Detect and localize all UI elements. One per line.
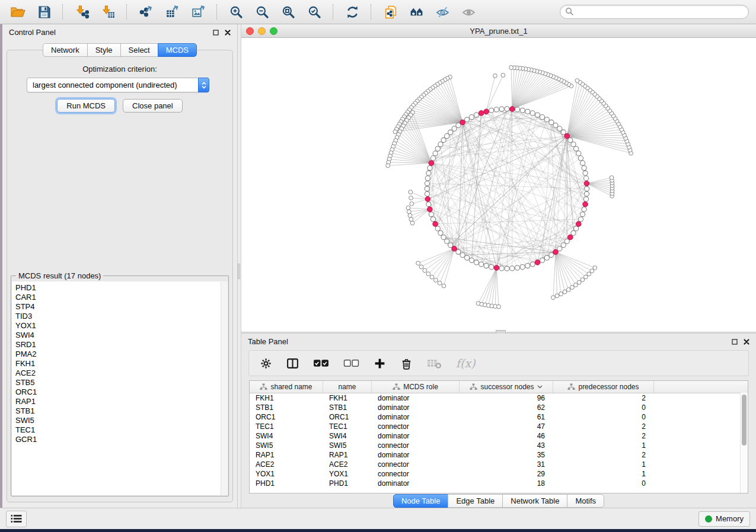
network-node[interactable] (425, 186, 429, 191)
network-node[interactable] (430, 217, 435, 222)
network-node[interactable] (583, 171, 588, 175)
tab-style[interactable]: Style (87, 43, 121, 57)
network-node[interactable] (573, 283, 578, 287)
mcds-result-item[interactable]: STP4 (12, 302, 228, 312)
network-node[interactable] (445, 239, 449, 243)
network-node[interactable] (407, 210, 411, 214)
network-node[interactable] (438, 230, 443, 235)
network-node[interactable] (474, 260, 479, 265)
network-node[interactable] (406, 206, 410, 210)
task-history-button[interactable] (6, 511, 27, 527)
mcds-result-item[interactable]: PHD1 (12, 283, 228, 293)
network-node[interactable] (540, 258, 544, 262)
network-node[interactable] (585, 186, 589, 191)
network-node[interactable] (441, 137, 446, 142)
network-node[interactable] (433, 222, 438, 227)
column-header-successor-nodes[interactable]: successor nodes (460, 381, 553, 393)
mcds-result-item[interactable]: STB1 (12, 406, 228, 416)
result-list-scrollbar[interactable] (221, 281, 228, 495)
export-network-button[interactable] (135, 2, 157, 21)
mcds-result-item[interactable]: RAP1 (12, 397, 228, 406)
network-node[interactable] (520, 108, 525, 113)
network-node[interactable] (430, 275, 434, 279)
network-node[interactable] (474, 113, 479, 117)
table-scrollbar[interactable] (740, 393, 748, 493)
zoom-in-button[interactable] (225, 2, 247, 21)
mcds-result-item[interactable]: FKH1 (12, 359, 228, 368)
network-node[interactable] (489, 108, 494, 113)
network-node[interactable] (493, 74, 497, 78)
network-node[interactable] (426, 272, 430, 276)
network-node[interactable] (509, 107, 515, 112)
network-node[interactable] (557, 126, 562, 131)
find-button[interactable] (406, 2, 427, 21)
zoom-selected-button[interactable] (304, 2, 325, 21)
search-input[interactable] (560, 5, 749, 19)
network-node[interactable] (540, 115, 544, 120)
zoom-fit-button[interactable] (277, 2, 299, 21)
control-panel-close-button[interactable] (225, 30, 231, 36)
network-node[interactable] (416, 261, 420, 265)
table-row[interactable]: STB1STB1dominator620 (250, 403, 748, 412)
network-node[interactable] (582, 166, 586, 171)
export-image-button[interactable] (187, 2, 209, 21)
network-node[interactable] (430, 156, 435, 161)
create-column-button[interactable] (374, 357, 386, 370)
network-node[interactable] (535, 260, 540, 265)
table-row[interactable]: YOX1YOX1connector291 (250, 469, 748, 479)
network-node[interactable] (530, 262, 535, 267)
tab-network-table[interactable]: Network Table (502, 494, 567, 508)
column-header-predecessor-nodes[interactable]: predecessor nodes (553, 381, 654, 393)
window-minimize-button[interactable] (258, 27, 266, 35)
network-node[interactable] (578, 156, 583, 161)
table-panel-float-button[interactable] (732, 339, 738, 345)
control-panel-float-button[interactable] (213, 30, 219, 36)
network-node[interactable] (553, 249, 559, 255)
network-node[interactable] (509, 66, 513, 70)
tab-select[interactable]: Select (120, 43, 158, 57)
run-mcds-button[interactable]: Run MCDS (57, 99, 115, 113)
network-node[interactable] (571, 142, 576, 147)
network-node[interactable] (515, 107, 519, 112)
export-table-button[interactable] (161, 2, 183, 21)
network-node[interactable] (505, 107, 509, 111)
import-network-button[interactable] (71, 2, 92, 21)
network-node[interactable] (465, 117, 470, 122)
network-node[interactable] (410, 202, 414, 206)
mcds-result-item[interactable]: STB5 (12, 378, 228, 387)
network-node[interactable] (530, 111, 535, 116)
table-row[interactable]: SWI5SWI5connector431 (250, 441, 748, 450)
network-node[interactable] (587, 272, 591, 276)
network-node[interactable] (576, 222, 582, 227)
close-panel-button[interactable]: Close panel (123, 99, 183, 113)
mcds-result-item[interactable]: ORC1 (12, 387, 228, 397)
network-node[interactable] (435, 146, 440, 151)
network-node[interactable] (484, 264, 489, 268)
network-node[interactable] (593, 266, 597, 270)
network-canvas[interactable] (241, 38, 756, 332)
network-node[interactable] (590, 269, 594, 273)
tab-network[interactable]: Network (43, 43, 88, 57)
network-node[interactable] (525, 264, 530, 268)
mcds-result-item[interactable]: PMA2 (12, 350, 228, 359)
mcds-result-item[interactable]: ACE2 (12, 368, 228, 378)
window-close-button[interactable] (246, 27, 254, 35)
network-node[interactable] (575, 79, 579, 83)
table-row[interactable]: FKH1FKH1dominator962 (250, 393, 748, 403)
network-node[interactable] (445, 134, 449, 139)
table-row[interactable]: SWI4SWI4dominator462 (250, 431, 748, 441)
network-node[interactable] (549, 252, 554, 257)
network-node[interactable] (428, 207, 433, 212)
select-all-button[interactable] (313, 359, 329, 368)
network-node[interactable] (559, 292, 563, 296)
network-node[interactable] (568, 235, 573, 240)
clone-network-button[interactable] (379, 2, 401, 21)
network-node[interactable] (525, 109, 530, 114)
table-panel-close-button[interactable] (744, 339, 749, 345)
network-node[interactable] (409, 196, 413, 200)
network-node[interactable] (386, 164, 390, 168)
mcds-result-item[interactable]: SWI4 (12, 331, 228, 340)
tab-edge-table[interactable]: Edge Table (448, 494, 503, 508)
network-node[interactable] (610, 176, 614, 180)
network-node[interactable] (576, 151, 581, 156)
